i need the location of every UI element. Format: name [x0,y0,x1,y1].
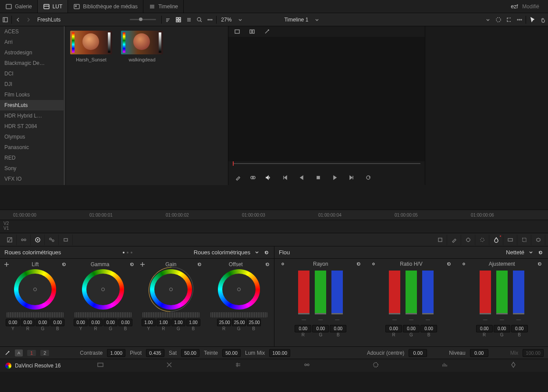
key-tool[interactable] [503,235,517,245]
value-input[interactable]: 0.00 [6,319,20,326]
viewer-canvas[interactable] [228,37,425,161]
zoom-dropdown-icon[interactable] [235,14,246,25]
expand-dropdown-icon[interactable] [483,14,493,25]
reset-icon[interactable] [61,261,67,267]
reset-icon[interactable] [264,261,270,267]
sat-value[interactable]: 50.00 [181,349,199,357]
reset-icon[interactable] [537,249,544,256]
value-input[interactable]: 0.00 [74,319,88,326]
sidebar-item[interactable]: Arri [0,37,65,47]
reset-icon[interactable] [537,261,543,267]
color-wheel[interactable] [82,269,124,310]
rgb-slider[interactable] [480,271,491,314]
jog-wheel[interactable] [210,312,267,317]
value-input[interactable]: 0.00 [420,325,437,332]
soften-value[interactable]: 0.00 [409,349,427,357]
sidebar-item[interactable]: Blackmagic De… [0,58,65,68]
blur-mode-dropdown[interactable]: Netteté [506,249,524,256]
value-input[interactable]: 0.00 [21,319,35,326]
timeline-ruler[interactable]: 01:00:00:00 01:00:00:01 01:00:00:02 01:0… [0,210,548,220]
rgb-slider[interactable] [298,271,310,314]
reset-icon[interactable] [129,261,135,267]
jog-wheel[interactable] [142,312,199,317]
color-wheel[interactable] [150,269,192,310]
value-input[interactable]: 0.00 [118,319,132,326]
sidebar-item[interactable]: Panasonic [0,142,65,153]
page-fusion[interactable] [296,361,317,370]
magic-icon[interactable] [4,350,11,356]
hue-value[interactable]: 50.00 [222,349,241,357]
value-input[interactable]: 0.00 [89,319,103,326]
jog-wheel[interactable] [7,312,64,317]
play-icon[interactable] [330,172,340,183]
level-value[interactable]: 0.00 [470,349,488,357]
last-frame-icon[interactable] [346,172,357,183]
node-1[interactable]: 1 [27,350,36,356]
link-icon[interactable] [461,261,467,267]
page-edit[interactable] [228,361,249,370]
page-fairlight[interactable] [434,361,455,370]
viewer-mode1-icon[interactable] [232,26,242,37]
wheels-mode-dropdown[interactable]: Roues colorimétriques [194,249,250,256]
auto-icon[interactable]: A [15,349,23,356]
value-input[interactable]: 25.00 [217,319,231,326]
stop-icon[interactable] [313,172,324,183]
value-input[interactable]: 0.00 [36,319,50,326]
sidebar-item[interactable]: HDR Hybrid L… [0,110,65,121]
sidebar-item[interactable]: HDR ST 2084 [0,121,65,132]
value-input[interactable]: 1.00 [171,319,185,326]
value-input[interactable]: 0.00 [403,325,420,332]
loop-icon[interactable] [363,172,374,183]
color-wheel[interactable] [14,269,56,310]
nav-back[interactable] [13,14,23,25]
tab-gallery[interactable]: Galerie [0,0,38,13]
lummix-value[interactable]: 100.00 [269,349,290,357]
bypass-icon[interactable] [493,14,504,25]
sidebar-item[interactable]: ACES [0,26,65,37]
value-input[interactable]: 0.00 [511,325,528,332]
curves-tool[interactable] [3,235,17,245]
value-input[interactable]: 1.00 [157,319,171,326]
viewer-zoom[interactable]: 27% [217,17,235,23]
sidebar-item[interactable]: VFX IO [0,174,65,184]
motion-tool[interactable] [517,235,531,245]
viewer-scrubber[interactable] [228,161,425,170]
play-reverse-icon[interactable] [296,172,307,183]
tab-timeline[interactable]: Timeline [143,0,184,13]
sidebar-item[interactable]: RED [0,153,65,163]
page-deliver[interactable] [503,361,524,370]
qualifier-tool[interactable] [17,235,31,245]
rgb-slider[interactable] [389,271,400,314]
lut-item-harsh-sunset[interactable]: Harsh_Sunset [70,31,112,62]
value-input[interactable]: 0.00 [476,325,493,332]
value-input[interactable]: 0.00 [330,325,346,332]
pivot-value[interactable]: 0.435 [146,349,164,357]
value-input[interactable]: 25.00 [232,319,246,326]
rgb-slider[interactable] [496,271,508,314]
grid-view-icon[interactable] [173,14,184,25]
timeline-name[interactable]: Timeline 1 [281,17,312,23]
color-wheel[interactable] [218,269,260,310]
timeline-dropdown-icon[interactable] [312,14,322,25]
sort-icon[interactable] [163,14,173,25]
value-input[interactable]: 0.00 [295,325,311,332]
page-cut[interactable] [159,361,180,370]
value-input[interactable]: 0.00 [50,319,64,326]
sizing-tool[interactable] [59,235,73,245]
more2-icon[interactable] [514,14,525,25]
value-input[interactable]: 1.00 [142,319,156,326]
picker-icon[interactable] [4,261,10,267]
sidebar-item[interactable]: DCI [0,68,65,79]
reset-icon[interactable] [356,261,362,267]
sidebar-item[interactable]: Olympus [0,132,65,142]
rgb-slider[interactable] [331,271,343,314]
wheels-tool[interactable] [31,235,45,245]
node-2[interactable]: 2 [40,350,49,356]
viewer-wand-icon[interactable] [262,26,272,37]
value-input[interactable]: 0.00 [494,325,510,332]
viewer-mode2-icon[interactable] [247,26,257,37]
sidebar-scrollbar[interactable] [64,26,65,185]
value-input[interactable]: 25.00 [247,319,261,326]
value-input[interactable]: 0.00 [385,325,402,332]
sidebar-item[interactable]: Sony [0,163,65,174]
